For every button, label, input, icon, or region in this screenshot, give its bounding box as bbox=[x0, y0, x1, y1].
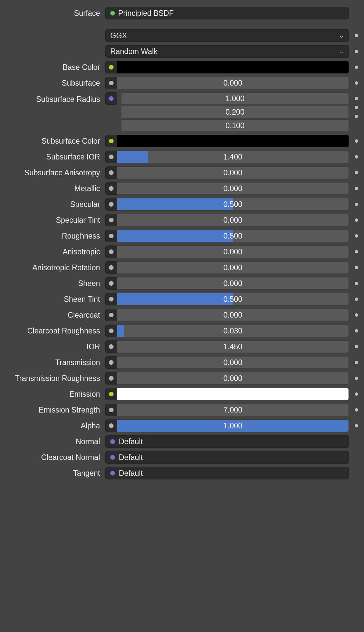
socket-dot-icon bbox=[109, 65, 114, 70]
surface-shader-name: Principled BSDF bbox=[118, 9, 174, 18]
roughness-socket[interactable] bbox=[105, 230, 117, 242]
anim-dot[interactable] bbox=[355, 234, 358, 238]
clearcoat-roughness-value: 0.030 bbox=[223, 327, 243, 335]
anim-dot[interactable] bbox=[355, 50, 358, 53]
clearcoat-normal-link-field[interactable]: Default bbox=[105, 451, 349, 464]
specular-tint-socket[interactable] bbox=[105, 214, 117, 226]
subsurface-ior-slider[interactable]: 1.400 bbox=[117, 151, 349, 163]
subsurface-anisotropy-slider[interactable]: 0.000 bbox=[117, 166, 349, 179]
anisotropic-socket[interactable] bbox=[105, 245, 117, 258]
anisotropic-slider[interactable]: 0.000 bbox=[117, 245, 349, 258]
subsurface-ior-socket[interactable] bbox=[105, 151, 117, 163]
anim-dot[interactable] bbox=[355, 298, 358, 301]
socket-dot-icon bbox=[109, 392, 114, 396]
anim-dot[interactable] bbox=[355, 81, 358, 85]
distribution-dropdown[interactable]: GGX ⌄ bbox=[105, 29, 349, 42]
specular-tint-slider[interactable]: 0.000 bbox=[117, 214, 349, 226]
transmission-slider[interactable]: 0.000 bbox=[117, 356, 349, 369]
subsurface-radius-component-2[interactable]: 0.100 bbox=[121, 119, 349, 132]
anim-dot[interactable] bbox=[355, 203, 358, 206]
surface-shader-selector[interactable]: Principled BSDF bbox=[105, 7, 349, 19]
subsurface-radius-socket[interactable] bbox=[105, 92, 117, 105]
socket-dot-icon bbox=[109, 408, 114, 412]
anim-dot[interactable] bbox=[355, 139, 358, 143]
anisotropic-rotation-socket[interactable] bbox=[105, 261, 117, 274]
emission-strength-value: 7.000 bbox=[223, 406, 243, 415]
clearcoat-label: Clearcoat bbox=[0, 311, 105, 320]
anim-dot[interactable] bbox=[355, 66, 358, 69]
anim-dot[interactable] bbox=[355, 266, 358, 269]
emission-label: Emission bbox=[0, 390, 105, 399]
base-color-row: Base Color bbox=[0, 61, 364, 74]
specular-socket[interactable] bbox=[105, 198, 117, 211]
transmission-roughness-socket[interactable] bbox=[105, 372, 117, 385]
sheen-socket[interactable] bbox=[105, 277, 117, 290]
tangent-link-field[interactable]: Default bbox=[105, 467, 349, 479]
metallic-socket[interactable] bbox=[105, 182, 117, 195]
sheen-tint-socket[interactable] bbox=[105, 293, 117, 305]
base-color-socket[interactable] bbox=[105, 61, 117, 73]
sheen-tint-slider[interactable]: 0.500 bbox=[117, 293, 349, 305]
anim-dot[interactable] bbox=[355, 250, 358, 253]
anim-dot[interactable] bbox=[355, 97, 358, 100]
clearcoat-slider[interactable]: 0.000 bbox=[117, 309, 349, 321]
subsurface-radius-component-0[interactable]: 1.000 bbox=[121, 92, 349, 105]
transmission-roughness-label: Transmission Roughness bbox=[0, 374, 105, 383]
anisotropic-rotation-slider[interactable]: 0.000 bbox=[117, 261, 349, 274]
anim-dot[interactable] bbox=[355, 392, 358, 396]
socket-dot-icon bbox=[109, 139, 114, 143]
subsurface-color-socket[interactable] bbox=[105, 135, 117, 147]
subsurface-slider[interactable]: 0.000 bbox=[117, 77, 349, 89]
anim-dot[interactable] bbox=[355, 106, 358, 109]
anim-dot[interactable] bbox=[355, 282, 358, 285]
anim-dot[interactable] bbox=[355, 34, 358, 37]
anim-dot[interactable] bbox=[355, 171, 358, 174]
metallic-slider[interactable]: 0.000 bbox=[117, 182, 349, 195]
roughness-slider[interactable]: 0.500 bbox=[117, 230, 349, 242]
subsurface-socket[interactable] bbox=[105, 77, 117, 89]
clearcoat-socket[interactable] bbox=[105, 309, 117, 321]
subsurface-radius-component-1[interactable]: 0.200 bbox=[121, 106, 349, 118]
anim-dot[interactable] bbox=[355, 408, 358, 412]
ior-socket[interactable] bbox=[105, 340, 117, 353]
base-color-color-swatch[interactable] bbox=[117, 61, 349, 73]
normal-link-field[interactable]: Default bbox=[105, 435, 349, 448]
anim-dot[interactable] bbox=[355, 345, 358, 348]
emission-color-swatch[interactable] bbox=[117, 388, 349, 400]
alpha-socket[interactable] bbox=[105, 419, 117, 432]
anim-dot[interactable] bbox=[355, 218, 358, 222]
anim-dot[interactable] bbox=[355, 313, 358, 317]
subsurface-color-color-swatch[interactable] bbox=[117, 135, 349, 147]
sheen-slider[interactable]: 0.000 bbox=[117, 277, 349, 290]
emission-strength-socket[interactable] bbox=[105, 404, 117, 416]
transmission-roughness-slider[interactable]: 0.000 bbox=[117, 372, 349, 385]
anim-dot[interactable] bbox=[355, 361, 358, 364]
sss-method-row: Random Walk ⌄ bbox=[0, 45, 364, 58]
subsurface-anisotropy-socket[interactable] bbox=[105, 166, 117, 179]
subsurface-anisotropy-label: Subsurface Anisotropy bbox=[0, 168, 105, 177]
anim-dot[interactable] bbox=[355, 187, 358, 190]
transmission-roughness-value: 0.000 bbox=[223, 374, 243, 383]
emission-socket[interactable] bbox=[105, 388, 117, 400]
clearcoat-roughness-slider[interactable]: 0.030 bbox=[117, 325, 349, 337]
anim-dot[interactable] bbox=[355, 155, 358, 158]
anisotropic-row: Anisotropic0.000 bbox=[0, 245, 364, 258]
socket-dot-icon bbox=[109, 423, 114, 428]
clearcoat-roughness-socket[interactable] bbox=[105, 325, 117, 337]
subsurface-value: 0.000 bbox=[223, 79, 243, 88]
alpha-slider[interactable]: 1.000 bbox=[117, 419, 349, 432]
subsurface-color-label: Subsurface Color bbox=[0, 137, 105, 146]
socket-dot-icon bbox=[109, 249, 114, 254]
anim-dot[interactable] bbox=[355, 377, 358, 380]
sss-method-dropdown[interactable]: Random Walk ⌄ bbox=[105, 45, 349, 58]
socket-dot-icon bbox=[109, 313, 114, 317]
ior-slider[interactable]: 1.450 bbox=[117, 340, 349, 353]
anim-dot[interactable] bbox=[355, 424, 358, 427]
emission-strength-slider[interactable]: 7.000 bbox=[117, 404, 349, 416]
anim-dot[interactable] bbox=[355, 329, 358, 332]
subsurface-label: Subsurface bbox=[0, 79, 105, 88]
transmission-socket[interactable] bbox=[105, 356, 117, 369]
socket-dot-icon bbox=[109, 376, 114, 381]
anim-dot[interactable] bbox=[355, 115, 358, 118]
specular-slider[interactable]: 0.500 bbox=[117, 198, 349, 211]
